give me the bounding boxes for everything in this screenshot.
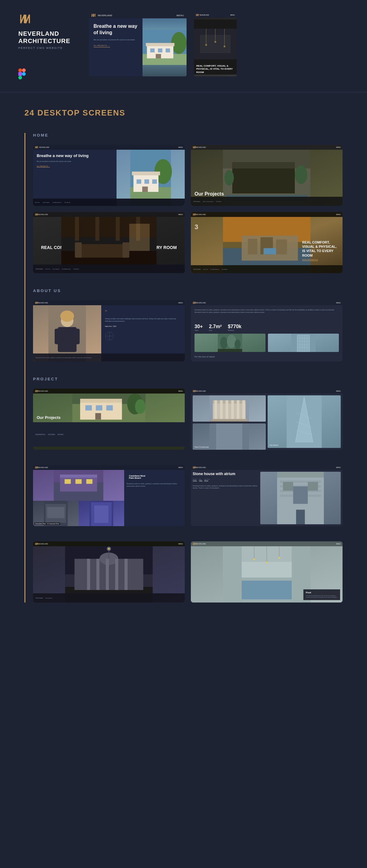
proj2-menu[interactable]: MENU bbox=[336, 390, 341, 392]
proj4-description: Neverland works for artists, guidance, a… bbox=[193, 485, 258, 489]
brand-subtitle: Perfect CMS website bbox=[18, 46, 70, 50]
svg-rect-138 bbox=[296, 509, 305, 524]
screen1-nav-1: Our Firm bbox=[35, 202, 40, 203]
svg-rect-94 bbox=[106, 405, 113, 410]
proj4-logo bbox=[193, 466, 196, 469]
proj1-brand: NEVERLAND bbox=[38, 390, 48, 392]
proj4-meta-number: Number 105a bbox=[193, 478, 197, 482]
screen4-cta[interactable]: MORE INFORMATION bbox=[302, 259, 318, 261]
proj4-top-bar: NEVERLAND MENU bbox=[191, 465, 342, 470]
svg-rect-3 bbox=[18, 76, 22, 80]
about-screens-grid: NEVERLAND MENU bbox=[33, 300, 342, 362]
proj1-image: Our Projects bbox=[33, 394, 185, 422]
screen1-text-panel: Breathe a new way of living We are provi… bbox=[33, 150, 116, 206]
svg-rect-11 bbox=[158, 49, 162, 53]
stat-years: 30+ Years bbox=[195, 324, 203, 331]
about1-menu[interactable]: MENU bbox=[178, 302, 183, 304]
proj4-menu[interactable]: MENU bbox=[336, 467, 341, 468]
svg-rect-74 bbox=[218, 349, 242, 352]
screen4-nav4: Our Board bbox=[222, 269, 227, 270]
screen4-top-bar: NEVERLAND MENU bbox=[191, 212, 342, 217]
project-screen-6: NEVERLAND MENU bbox=[191, 541, 342, 602]
proj5-nav2: Our Projects bbox=[45, 597, 52, 599]
svg-point-4 bbox=[22, 72, 26, 76]
proj6-overlay: Pool The Neverland Architecture Firm has… bbox=[303, 589, 340, 600]
project-section-label: PROJECT bbox=[33, 377, 342, 381]
proj1-menu[interactable]: MENU bbox=[178, 390, 183, 392]
svg-rect-31 bbox=[142, 187, 148, 192]
proj2-right-label: The Shard bbox=[270, 444, 278, 446]
proj3-project-name: Castellana West Palm Beach bbox=[126, 472, 149, 482]
about1-person-svg bbox=[33, 305, 101, 362]
screen2-bottom-bar: RPDV Atelier Stone Construction The Shar… bbox=[191, 197, 342, 206]
about1-text-panel: " Solving complex real estate challenges… bbox=[101, 305, 185, 362]
preview-headline: Breathe a new way of living bbox=[93, 23, 138, 36]
svg-rect-49 bbox=[130, 224, 150, 251]
screen1-subtext: We are providers of premier life science… bbox=[37, 160, 113, 162]
svg-rect-54 bbox=[248, 239, 257, 254]
proj1-nav2: HOUSING bbox=[48, 434, 55, 435]
house-svg bbox=[143, 18, 187, 76]
home-section-label: HOME bbox=[33, 133, 342, 137]
proj6-headline: Pool bbox=[306, 591, 338, 594]
preview-menu-label[interactable]: MENU bbox=[176, 14, 184, 17]
svg-rect-105 bbox=[211, 419, 247, 421]
screen1-cta[interactable]: ALL PROJECTS → bbox=[37, 165, 50, 167]
stat-years-label: Years bbox=[195, 329, 203, 331]
house-diagram-icon bbox=[195, 317, 310, 318]
preview-subtext: We are providers of premier life science… bbox=[93, 38, 138, 41]
about-screen-1: NEVERLAND MENU bbox=[33, 300, 185, 362]
proj5-menu[interactable]: MENU bbox=[178, 543, 183, 545]
about2-menu[interactable]: MENU bbox=[336, 302, 341, 304]
about1-brand: NEVERLAND bbox=[38, 302, 48, 304]
svg-rect-122 bbox=[86, 479, 92, 484]
mobile-menu-label[interactable]: MENU bbox=[230, 14, 235, 16]
proj6-top-bar: NEVERLAND MENU bbox=[191, 541, 342, 546]
project-screen-1: NEVERLAND MENU bbox=[33, 389, 185, 450]
svg-rect-0 bbox=[18, 68, 22, 72]
screen1-menu[interactable]: MENU bbox=[178, 146, 183, 148]
svg-rect-61 bbox=[55, 329, 63, 344]
mobile-comfort-overlay: REAL COMFORT, VISUAL & PHYSICAL, IS VITA… bbox=[194, 18, 237, 76]
svg-rect-147 bbox=[115, 559, 118, 590]
stone-house-svg bbox=[260, 472, 341, 524]
shard-svg bbox=[267, 395, 341, 448]
svg-rect-91 bbox=[80, 399, 122, 403]
svg-rect-28 bbox=[136, 179, 141, 184]
preview-logo-icon bbox=[91, 13, 95, 18]
proj3-br-svg bbox=[79, 501, 124, 526]
about2-nature-img2 bbox=[268, 334, 339, 352]
proj1-top-bar: NEVERLAND MENU bbox=[33, 389, 185, 394]
svg-rect-12 bbox=[166, 49, 170, 53]
svg-rect-43 bbox=[116, 217, 120, 241]
preview-cta-button[interactable]: ALL PROJECTS → bbox=[93, 44, 110, 48]
mobile-brand-text: NEVERLAND bbox=[200, 14, 209, 16]
svg-point-89 bbox=[135, 399, 145, 414]
about2-logo bbox=[193, 301, 196, 304]
proj3-label1: Innovation Park - A Corporate Drive bbox=[34, 522, 60, 525]
proj6-menu[interactable]: MENU bbox=[336, 543, 341, 545]
svg-rect-119 bbox=[60, 474, 97, 477]
proj2-top-bar: NEVERLAND MENU bbox=[191, 389, 342, 394]
screen2-overlay-text: Our Projects bbox=[195, 191, 224, 197]
screen4-menu[interactable]: MENU bbox=[336, 214, 341, 215]
svg-rect-100 bbox=[220, 400, 223, 422]
courthouse-svg bbox=[193, 395, 266, 422]
stat-revenue-label: Revenue bbox=[228, 329, 242, 331]
screen1-image bbox=[116, 150, 185, 206]
screen1-top-bar: NEVERLAND MENU bbox=[33, 145, 185, 150]
proj4-meta-year: Year Trust 2022 bbox=[204, 478, 209, 482]
about2-brand: NEVERLAND bbox=[196, 302, 206, 304]
svg-rect-35 bbox=[232, 162, 295, 168]
hero-desktop-preview: NEVERLAND MENU Breathe a new way of livi… bbox=[89, 12, 187, 76]
svg-point-38 bbox=[224, 170, 234, 185]
proj3-house-svg bbox=[33, 470, 124, 501]
svg-point-151 bbox=[108, 548, 110, 550]
proj2-brand: NEVERLAND bbox=[196, 390, 206, 392]
screen4-counter: 3 bbox=[195, 223, 198, 231]
screen3-menu[interactable]: MENU bbox=[178, 214, 183, 215]
screen4-bottom-bar: NEVERLAND Our Firm Our Architecture Our … bbox=[191, 265, 342, 273]
proj3-menu[interactable]: MENU bbox=[178, 467, 183, 468]
screen2-menu[interactable]: MENU bbox=[336, 146, 341, 148]
proj1-overlay: Our Projects bbox=[37, 415, 61, 420]
